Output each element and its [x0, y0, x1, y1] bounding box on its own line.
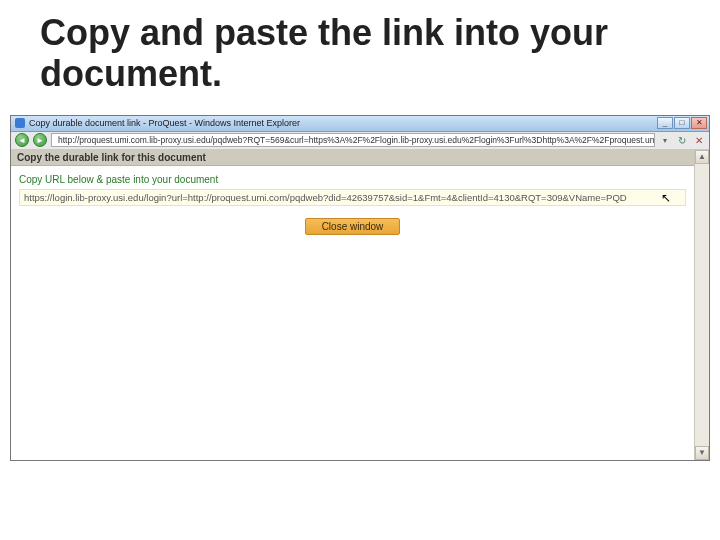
slide-title: Copy and paste the link into your docume…: [0, 0, 720, 115]
browser-window: Copy durable document link - ProQuest - …: [10, 115, 710, 461]
durable-link-box[interactable]: https://login.lib-proxy.usi.edu/login?ur…: [19, 189, 686, 206]
window-title: Copy durable document link - ProQuest - …: [29, 118, 300, 128]
address-bar: ◄ ► http://proquest.umi.com.lib-proxy.us…: [11, 132, 709, 150]
maximize-button[interactable]: □: [674, 117, 690, 129]
address-dropdown-icon[interactable]: ▾: [659, 134, 671, 146]
vertical-scrollbar[interactable]: ▲ ▼: [694, 150, 709, 460]
minimize-button[interactable]: _: [657, 117, 673, 129]
titlebar: Copy durable document link - ProQuest - …: [11, 116, 709, 132]
stop-icon[interactable]: ✕: [692, 134, 705, 147]
scroll-up-button[interactable]: ▲: [695, 150, 709, 164]
address-url-text: http://proquest.umi.com.lib-proxy.usi.ed…: [58, 135, 655, 145]
window-controls: _ □ ✕: [657, 117, 707, 129]
close-button[interactable]: ✕: [691, 117, 707, 129]
favicon-icon: [15, 118, 25, 128]
address-input[interactable]: http://proquest.umi.com.lib-proxy.usi.ed…: [51, 133, 655, 147]
instruction-text: Copy URL below & paste into your documen…: [19, 174, 686, 185]
content-area: Copy the durable link for this document …: [11, 150, 709, 460]
close-window-button[interactable]: Close window: [305, 218, 401, 235]
back-button[interactable]: ◄: [15, 133, 29, 147]
forward-button[interactable]: ►: [33, 133, 47, 147]
scroll-down-button[interactable]: ▼: [695, 446, 709, 460]
durable-url-text: https://login.lib-proxy.usi.edu/login?ur…: [24, 192, 627, 203]
refresh-icon[interactable]: ↻: [675, 134, 688, 147]
cursor-icon: ↖: [661, 191, 671, 205]
section-header: Copy the durable link for this document: [11, 150, 694, 166]
